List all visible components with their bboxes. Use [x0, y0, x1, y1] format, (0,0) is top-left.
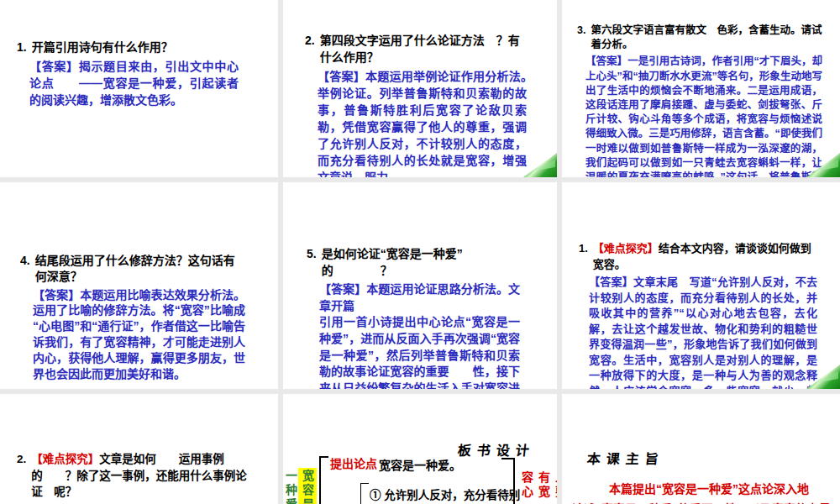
slide-thumbnail-lesson-theme[interactable]: 本课主旨 本篇提出“宽容是一种爱”这点论深入地 论述“宽容是一种爱”的重要 性，…: [562, 394, 840, 504]
slide-thumbnail-q1[interactable]: 1. 开篇引用诗句有什么作用？ 【答案】揭示题目来由，引出文中中心论点 ——宽容…: [0, 0, 278, 177]
question-number: 1.: [579, 241, 588, 257]
answer-text: 引用一首小诗提出中心论点“宽容是一种爱”，进而从反面入手再次强调“宽容是一种爱”…: [319, 314, 520, 389]
question-text: 结尾段运用了什么修辞方法？这句话有何深意？: [35, 253, 245, 285]
answer-paragraph: 【答案】文章末尾 写道“允许别人反对，不去计较别人的态度，而充分看待别人的长处，…: [589, 275, 817, 389]
page-curl-icon: [523, 153, 557, 177]
question-text: 【难点探究】文章是如何 运用事例的 ？除了这一事例，还能用什么事例论证 呢？: [31, 451, 247, 501]
page-curl-icon: [806, 365, 840, 389]
answer-paragraph: 【答案】本题运用比喻表达效果分析法。运用了比喻的修辞方法。将“宽容”比喻成“心电…: [33, 287, 245, 382]
board-design-title: 板书设计: [457, 439, 537, 459]
answer-label: 【答案】: [589, 276, 633, 288]
lesson-theme-line2: 论述“宽容是一种爱”的重要 性，以及宽容的力量所在: [572, 500, 840, 504]
question-text: 开篇引用诗句有什么作用？: [32, 39, 173, 55]
board-outer-bracket-right: [501, 458, 515, 504]
qa-block: 3. 第六段文字语言富有散文 色彩，含蓄生动。请试着分析。 【答案】一是引用古诗…: [577, 24, 822, 177]
question-number: 4.: [20, 253, 30, 269]
qa-block: 5. 是如何论证“宽容是一种爱”的 ？ 【答案】本题运用论证思路分析法。文章开篇…: [307, 246, 520, 389]
page-curl-icon: [806, 153, 840, 177]
question-text: 【难点探究】结合本文内容，请谈谈如何做到宽容。: [593, 241, 817, 272]
lesson-theme-line1: 本篇提出“宽容是一种爱”这点论深入地: [609, 480, 809, 496]
question-number: 2.: [305, 32, 315, 49]
lesson-theme-title: 本课主旨: [586, 448, 666, 468]
answer-label: 【答案】: [319, 282, 366, 296]
slide-thumbnail-explore1[interactable]: 1. 【难点探究】结合本文内容，请谈谈如何做到宽容。 【答案】文章末尾 写道“允…: [562, 182, 840, 389]
qa-block: 2. 第四段文字运用了什么论证方法 ？有什么作用？ 【答案】本题运用举例论证作用…: [305, 32, 527, 177]
answer-text: 文章末尾 写道“允许别人反对，不去计较别人的态度，而充分看待别人的长处，并吸收其…: [589, 276, 817, 389]
question-number: 2.: [17, 451, 26, 468]
answer-text: 一是引用古诗词，作者引用“才下眉头，却上心头”和“抽刀断水水更流”等名句，形象生…: [585, 55, 833, 177]
answer-label: 【答案】: [33, 288, 80, 302]
qa-block: 4. 结尾段运用了什么修辞方法？这句话有何深意？ 【答案】本题运用比喻表达效果分…: [20, 253, 245, 381]
board-right-conclusion: 人要有宽容心: [518, 471, 557, 504]
board-outer-bracket-left: [319, 456, 328, 504]
answer-paragraph: 【答案】本题运用举例论证作用分析法。 举例论证。列举普鲁斯特和贝索勒的故事，普鲁…: [318, 68, 527, 177]
slide-thumbnail-q2[interactable]: 2. 第四段文字运用了什么论证方法 ？有什么作用？ 【答案】本题运用举例论证作用…: [283, 0, 557, 177]
answer-paragraph: 【答案】本题运用论证思路分析法。文章开篇 引用一首小诗提出中心论点“宽容是一种爱…: [319, 281, 520, 389]
question-number: 1.: [17, 39, 27, 55]
slide-thumbnail-q3[interactable]: 3. 第六段文字语言富有散文 色彩，含蓄生动。请试着分析。 【答案】一是引用古诗…: [562, 0, 840, 177]
board-inner-bracket: [360, 483, 369, 504]
slide-thumbnail-board-design[interactable]: 板书设计 宽容是一种爱 提出论点 宽容是一种爱。 ① 允许别人反对，充分看待别人…: [283, 394, 557, 504]
slide-sorter-grid: 1. 开篇引用诗句有什么作用？ 【答案】揭示题目来由，引出文中中心论点 ——宽容…: [0, 0, 840, 504]
answer-text: 本题运用比喻表达效果分析法。运用了比喻的修辞方法。将“宽容”比喻成“心电图”和“…: [33, 288, 245, 381]
question-text: 第四段文字运用了什么论证方法 ？有什么作用？: [320, 32, 527, 66]
board-main-topic-highlight: 宽容是一种爱: [298, 468, 317, 504]
question-text: 第六段文字语言富有散文 色彩，含蓄生动。请试着分析。: [591, 24, 822, 52]
answer-paragraph: 【答案】一是引用古诗词，作者引用“才下眉头，却上心头”和“抽刀断水水更流”等名句…: [585, 55, 822, 177]
question-number: 3.: [577, 24, 585, 38]
question-label: 【难点探究】: [31, 453, 99, 465]
slide-thumbnail-explore2[interactable]: 2. 【难点探究】文章是如何 运用事例的 ？除了这一事例，还能用什么事例论证 呢…: [0, 394, 278, 504]
qa-block: 1. 开篇引用诗句有什么作用？ 【答案】揭示题目来由，引出文中中心论点 ——宽容…: [17, 39, 239, 108]
qa-block: 1. 【难点探究】结合本文内容，请谈谈如何做到宽容。 【答案】文章末尾 写道“允…: [579, 241, 817, 389]
question-text: 是如何论证“宽容是一种爱”的 ？: [322, 246, 520, 279]
answer-label: 【答案】: [29, 60, 79, 73]
answer-label: 【答案】: [318, 70, 365, 83]
board-step-text: 宽容是一种爱。: [379, 456, 461, 473]
board-step-label: 提出论点: [330, 454, 377, 471]
answer-label: 【答案】: [585, 55, 627, 67]
answer-paragraph: 【答案】揭示题目来由，引出文中中心论点 ——宽容是一种爱，引起读者的阅读兴趣，增…: [29, 58, 239, 108]
qa-block: 2. 【难点探究】文章是如何 运用事例的 ？除了这一事例，还能用什么事例论证 呢…: [17, 451, 247, 504]
slide-thumbnail-q5[interactable]: 5. 是如何论证“宽容是一种爱”的 ？ 【答案】本题运用论证思路分析法。文章开篇…: [283, 182, 557, 389]
answer-lead-line: 【答案】本题运用论证思路分析法。文章开篇: [319, 281, 520, 314]
slide-thumbnail-q4[interactable]: 4. 结尾段运用了什么修辞方法？这句话有何深意？ 【答案】本题运用比喻表达效果分…: [0, 182, 278, 389]
question-label: 【难点探究】: [593, 242, 659, 255]
question-number: 5.: [307, 246, 317, 263]
answer-text: 本题运用举例论证作用分析法。 举例论证。列举普鲁斯特和贝索勒的故事，普鲁斯特胜利…: [318, 70, 550, 177]
